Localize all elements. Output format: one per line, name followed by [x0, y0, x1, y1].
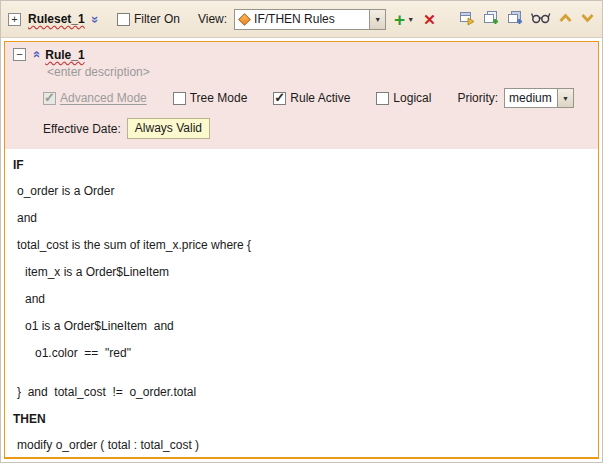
- logical-checkbox-box[interactable]: [376, 92, 389, 105]
- paste-rule-icon[interactable]: [507, 10, 524, 29]
- logical-label: Logical: [393, 91, 431, 105]
- effective-date-value-button[interactable]: Always Valid: [127, 118, 210, 139]
- ifthen-rules-diamond-icon: [238, 13, 251, 26]
- condition-line[interactable]: total_cost is the sum of item_x.price wh…: [17, 238, 592, 252]
- priority-dropdown[interactable]: medium ▼: [504, 88, 574, 108]
- priority-dropdown-arrow-icon[interactable]: ▼: [557, 89, 573, 107]
- rule-active-checkbox[interactable]: Rule Active: [273, 91, 350, 105]
- then-keyword: THEN: [13, 412, 592, 426]
- filter-on-label: Filter On: [134, 12, 180, 26]
- advanced-mode-label: Advanced Mode: [60, 91, 147, 105]
- ruleset-expand-button[interactable]: +: [8, 13, 21, 26]
- logical-checkbox[interactable]: Logical: [376, 91, 431, 105]
- priority-label: Priority:: [457, 91, 498, 105]
- rule-panel: − » Rule_1 <enter description> Advanced …: [4, 41, 599, 459]
- filter-on-checkbox[interactable]: Filter On: [117, 12, 180, 26]
- preview-glasses-icon[interactable]: [531, 11, 551, 27]
- priority-dropdown-value: medium: [509, 91, 553, 105]
- collapse-panes-chevron-icon[interactable]: »: [88, 15, 103, 22]
- condition-line[interactable]: } and total_cost != o_order.total: [17, 385, 592, 399]
- rules-editor-window: + Ruleset_1 » Filter On View: IF/THEN Ru…: [0, 0, 603, 463]
- next-rule-chevron-button[interactable]: [580, 12, 595, 26]
- if-keyword: IF: [13, 158, 592, 172]
- condition-line[interactable]: o1.color == "red": [35, 346, 592, 360]
- condition-line[interactable]: and: [25, 292, 592, 306]
- rule-header: − » Rule_1 <enter description> Advanced …: [5, 42, 598, 149]
- tree-mode-label: Tree Mode: [190, 91, 248, 105]
- tree-mode-checkbox[interactable]: Tree Mode: [173, 91, 248, 105]
- rule-name-link[interactable]: Rule_1: [45, 48, 84, 62]
- add-rule-button[interactable]: + ▼: [393, 10, 415, 29]
- toolbar-right-icon-group: [459, 10, 595, 29]
- condition-line[interactable]: o1 is a Order$LineItem and: [25, 319, 592, 333]
- view-dropdown-value: IF/THEN Rules: [254, 12, 365, 26]
- collapse-rule-chevron-icon[interactable]: »: [28, 51, 43, 58]
- tree-mode-checkbox-box[interactable]: [173, 92, 186, 105]
- copy-rule-icon[interactable]: [483, 10, 500, 29]
- add-rule-plus-icon: +: [394, 10, 405, 29]
- delete-x-icon: ✕: [423, 12, 436, 27]
- condition-line[interactable]: item_x is a Order$LineItem: [25, 265, 592, 279]
- delete-rule-button[interactable]: ✕: [422, 12, 437, 27]
- rule-description-placeholder[interactable]: <enter description>: [47, 65, 592, 79]
- priority-field: Priority: medium ▼: [457, 88, 574, 108]
- filter-on-checkbox-box[interactable]: [117, 13, 130, 26]
- advanced-mode-checkbox: Advanced Mode: [43, 91, 147, 105]
- condition-line[interactable]: o_order is a Order: [17, 184, 592, 198]
- view-dropdown[interactable]: IF/THEN Rules ▼: [234, 9, 386, 30]
- rule-collapse-button[interactable]: −: [13, 48, 26, 61]
- view-dropdown-arrow-icon[interactable]: ▼: [369, 10, 385, 29]
- ruleset-name-link[interactable]: Ruleset_1: [28, 12, 85, 26]
- share-rule-icon[interactable]: [459, 10, 476, 29]
- rule-body: IF o_order is a Order and total_cost is …: [5, 149, 598, 457]
- advanced-mode-checkbox-box: [43, 92, 56, 105]
- add-rule-menu-arrow-icon[interactable]: ▼: [407, 16, 414, 23]
- ruleset-toolbar: + Ruleset_1 » Filter On View: IF/THEN Ru…: [1, 1, 602, 38]
- action-line[interactable]: modify o_order ( total : total_cost ): [17, 438, 592, 452]
- effective-date-label: Effective Date:: [43, 122, 121, 136]
- condition-line[interactable]: and: [17, 211, 592, 225]
- rule-active-label: Rule Active: [290, 91, 350, 105]
- rule-active-checkbox-box[interactable]: [273, 92, 286, 105]
- previous-rule-chevron-button[interactable]: [558, 12, 573, 26]
- view-label: View:: [198, 12, 227, 26]
